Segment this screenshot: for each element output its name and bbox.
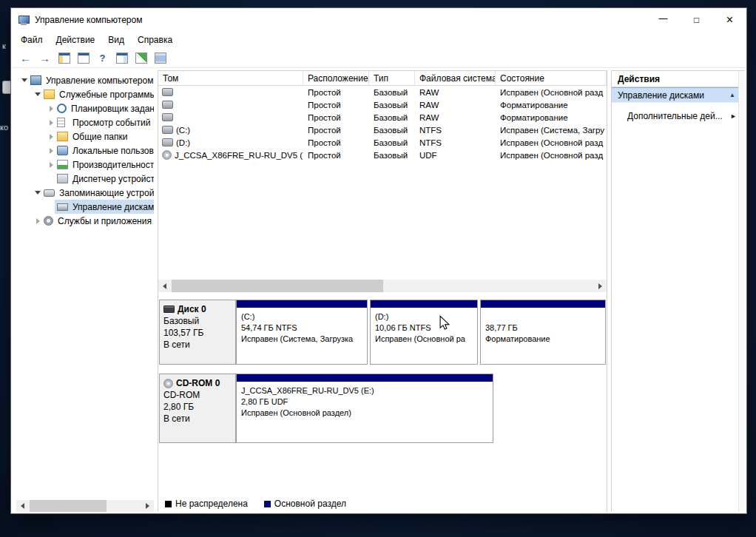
legend-item-primary-partition: Основной раздел [264, 499, 346, 509]
expanded-chevron-icon [35, 92, 41, 96]
refresh-button[interactable] [132, 50, 149, 67]
actions-more-item[interactable]: Дополнительные дей... ► [612, 109, 745, 124]
forward-icon: → [39, 53, 50, 64]
rescan-disks-icon [155, 53, 166, 64]
volume-row-4[interactable]: (D:)ПростойБазовыйNTFSИсправен (Основной… [158, 136, 607, 149]
partition-title: (D:) [375, 311, 473, 322]
tree-expander-icon[interactable] [47, 134, 55, 140]
volume-row-1[interactable]: ПростойБазовыйRAWФорматирование [158, 98, 607, 111]
properties-button[interactable] [75, 50, 92, 67]
scroll-right-button[interactable] [594, 280, 607, 292]
tree-expander-icon[interactable] [47, 106, 55, 112]
column-header-3[interactable]: Файловая система [415, 71, 496, 85]
forward-button[interactable]: → [36, 50, 53, 67]
storage-icon [44, 189, 55, 197]
volume-row-0[interactable]: ПростойБазовыйRAWИсправен (Основной разд [158, 86, 607, 98]
scroll-right-button[interactable] [141, 500, 154, 512]
volume-row-5[interactable]: J_CCSA_X86FRE_RU-RU_DV5 (E:)ПростойБазов… [158, 149, 607, 161]
action-pane-button[interactable] [113, 50, 130, 67]
left-arrow-icon [163, 283, 166, 289]
actions-scrollbar[interactable] [738, 71, 745, 512]
disk-info-1[interactable]: CD-ROM 0CD-ROM2,80 ГБВ сети [159, 374, 236, 443]
partition-color-band [237, 300, 367, 308]
help-button[interactable]: ? [94, 50, 111, 67]
tree-expander-icon[interactable] [47, 120, 55, 126]
volumes-header: ТомРасположениеТипФайловая системаСостоя… [158, 71, 607, 86]
tree-expander-icon[interactable] [47, 162, 55, 168]
back-button[interactable]: ← [17, 50, 34, 67]
tree-horizontal-scrollbar[interactable] [16, 500, 154, 512]
collapsed-chevron-icon [36, 218, 40, 224]
tree-item-computer-management-root[interactable]: Управление компьютером (л [16, 73, 154, 87]
maximize-button[interactable]: □ [680, 8, 713, 31]
menu-item-1[interactable]: Действие [50, 33, 102, 47]
rescan-disks-button[interactable] [152, 50, 169, 67]
actions-section-disk-management[interactable]: Управление дисками ▲ [612, 87, 745, 103]
disk-volume-icon [162, 138, 173, 146]
tree-item-label: Планировщик заданий [70, 104, 154, 114]
disk-row-1: CD-ROM 0CD-ROM2,80 ГБВ сетиJ_CCSA_X86FRE… [159, 374, 605, 443]
partition-volume-e[interactable]: J_CCSA_X86FRE_RU-RU_DV5 (E:)2,80 ГБ UDFИ… [236, 374, 493, 443]
disk-info-0[interactable]: Диск 0Базовый103,57 ГБВ сети [159, 300, 236, 365]
column-header-2[interactable]: Тип [369, 71, 415, 85]
tree-item-label: Управление компьютером (л [44, 75, 154, 86]
tree-expander-icon[interactable] [34, 218, 41, 224]
tree-expander-icon[interactable] [34, 92, 41, 96]
desktop-icon-label: к [2, 41, 6, 50]
tree-item-local-users-groups[interactable]: Локальные пользовате [16, 143, 154, 158]
volume-name-cell [158, 88, 303, 96]
menu-item-3[interactable]: Справка [131, 33, 179, 47]
minimize-icon: — [659, 15, 668, 22]
tree-item-device-manager[interactable]: Диспетчер устройств [16, 172, 154, 186]
column-header-4[interactable]: Состояние [496, 71, 607, 85]
partition-formatting-volume[interactable]: 38,77 ГБФорматирование [480, 300, 606, 365]
tree-item-shared-folders[interactable]: Общие папки [16, 129, 154, 143]
partition-title: J_CCSA_X86FRE_RU-RU_DV5 (E:) [241, 385, 489, 396]
menu-item-2[interactable]: Вид [101, 33, 131, 47]
scroll-left-button[interactable] [158, 280, 171, 292]
volume-row-3[interactable]: (C:)ПростойБазовыйNTFSИсправен (Система,… [158, 124, 607, 136]
tree-expander-icon[interactable] [34, 191, 41, 195]
show-console-tree-button[interactable] [55, 50, 72, 67]
properties-icon [78, 53, 90, 64]
shared-folders-icon [57, 132, 68, 141]
collapsed-chevron-icon [50, 134, 53, 140]
tree-item-disk-management[interactable]: Управление дисками [16, 200, 154, 214]
tree-expander-icon[interactable] [21, 78, 28, 82]
tree-item-task-scheduler[interactable]: Планировщик заданий [16, 101, 154, 115]
tree-item-storage[interactable]: Запоминающие устройст [16, 186, 154, 200]
right-arrow-icon [598, 283, 602, 289]
disk-volume-icon [162, 88, 173, 96]
tree-item-event-viewer[interactable]: Просмотр событий [16, 115, 154, 129]
column-header-1[interactable]: Расположение [303, 71, 369, 85]
tree-scrollbar-thumb[interactable] [30, 500, 107, 512]
console-tree: Управление компьютером (лСлужебные прогр… [16, 68, 154, 500]
legend-item-unallocated: Не распределена [165, 499, 248, 509]
close-button[interactable]: × [713, 8, 746, 31]
tree-item-system-tools[interactable]: Служебные программы [16, 87, 154, 101]
disk-volume-icon [162, 126, 173, 134]
partition-volume-c[interactable]: (C:)54,74 ГБ NTFSИсправен (Система, Загр… [236, 300, 368, 365]
tree-expander-icon[interactable] [47, 148, 55, 154]
main-area: Управление компьютером (лСлужебные прогр… [11, 68, 746, 513]
legend: Не распределенаОсновной раздел [158, 496, 607, 512]
tree-item-label: Производительность [71, 160, 154, 170]
volume-name-cell: (C:) [158, 126, 303, 135]
minimize-button[interactable]: — [647, 8, 680, 31]
tree-item-performance[interactable]: Производительность [16, 158, 154, 172]
column-header-0[interactable]: Том [158, 71, 303, 85]
volumes-scrollbar-thumb[interactable] [172, 280, 383, 292]
partition-color-band [371, 300, 477, 308]
volumes-horizontal-scrollbar[interactable] [158, 280, 607, 292]
disk-name: CD-ROM 0 [176, 377, 220, 389]
collapse-chevron-icon[interactable]: ▲ [729, 92, 735, 98]
scroll-left-button[interactable] [16, 500, 29, 512]
tree-item-services-applications[interactable]: Службы и приложения [16, 214, 154, 228]
computer-management-window: Управление компьютером — □ × ФайлДействи… [10, 7, 747, 514]
unallocated-swatch [165, 501, 172, 507]
help-icon: ? [100, 53, 106, 64]
partition-volume-d[interactable]: (D:)10,06 ГБ NTFSИсправен (Основной ра [370, 300, 478, 365]
volume-row-2[interactable]: ПростойБазовыйRAWФорматирование [158, 111, 607, 124]
menu-item-0[interactable]: Файл [14, 33, 50, 47]
title-bar[interactable]: Управление компьютером — □ × [11, 8, 746, 31]
